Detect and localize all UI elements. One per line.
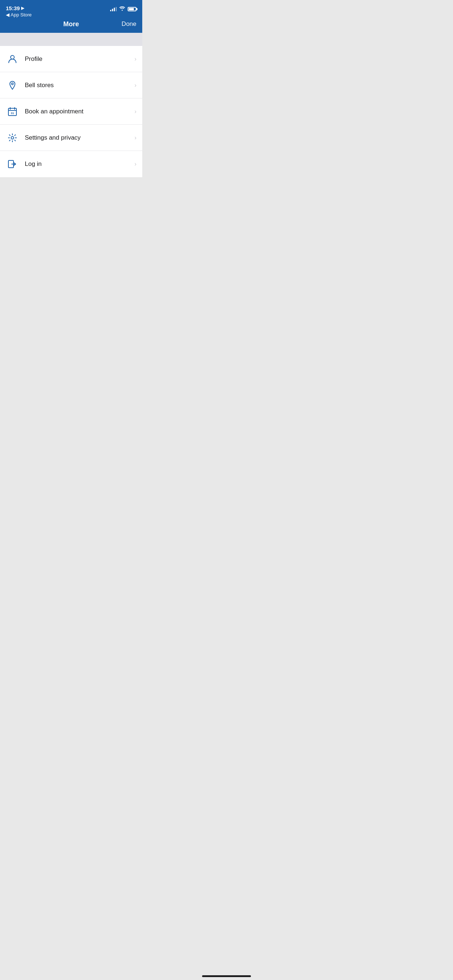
svg-point-7 [11, 136, 14, 139]
page-title: More [63, 21, 79, 28]
back-arrow-icon: ◀ [6, 12, 10, 18]
chevron-right-icon: › [135, 82, 136, 89]
location-arrow-icon: ▶ [21, 6, 24, 11]
svg-point-0 [11, 56, 14, 59]
done-button[interactable]: Done [121, 21, 136, 28]
status-icons [110, 5, 136, 12]
book-appointment-label: Book an appointment [25, 108, 135, 115]
bottom-area [0, 177, 142, 323]
status-time: 15:39 ▶ [6, 5, 24, 11]
svg-text:31: 31 [11, 111, 14, 115]
wifi-icon [119, 6, 126, 12]
gray-separator [0, 33, 142, 46]
battery-icon [128, 7, 136, 11]
settings-privacy-label: Settings and privacy [25, 134, 135, 142]
app-store-back[interactable]: ◀ App Store [6, 12, 32, 18]
profile-label: Profile [25, 56, 135, 63]
location-pin-icon [6, 79, 19, 92]
menu-item-profile[interactable]: Profile › [0, 46, 142, 72]
menu-item-bell-stores[interactable]: Bell stores › [0, 72, 142, 99]
chevron-right-icon: › [135, 161, 136, 167]
person-icon [6, 52, 19, 65]
log-in-label: Log in [25, 161, 135, 168]
bell-stores-label: Bell stores [25, 82, 135, 89]
chevron-right-icon: › [135, 56, 136, 62]
signal-strength-icon [110, 7, 117, 11]
status-bar: 15:39 ▶ ◀ App Store [0, 0, 142, 18]
calendar-icon: 31 [6, 105, 19, 118]
chevron-right-icon: › [135, 108, 136, 115]
menu-item-book-appointment[interactable]: 31 Book an appointment › [0, 99, 142, 125]
nav-bar: More Done [0, 18, 142, 33]
menu-item-log-in[interactable]: Log in › [0, 151, 142, 177]
menu-item-settings-privacy[interactable]: Settings and privacy › [0, 125, 142, 151]
menu-list: Profile › Bell stores › 31 Book an appoi… [0, 46, 142, 177]
settings-icon [6, 131, 19, 145]
svg-point-1 [12, 83, 13, 84]
chevron-right-icon: › [135, 135, 136, 141]
login-icon [6, 158, 19, 170]
